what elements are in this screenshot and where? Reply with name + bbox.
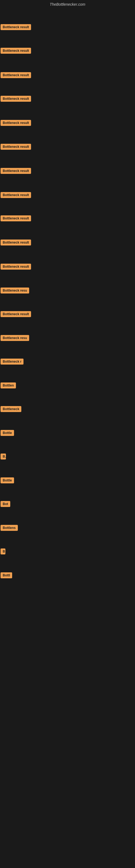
bottleneck-result-item[interactable]: Bottleneck result	[1, 120, 31, 127]
bottleneck-badge-21: Bot	[1, 501, 10, 507]
bottleneck-result-item[interactable]: Bottleneck r	[1, 359, 24, 366]
bottleneck-badge-6: Bottleneck result	[1, 144, 31, 150]
bottleneck-badge-2: Bottleneck result	[1, 48, 31, 54]
bottleneck-badge-17: Bottleneck	[1, 406, 21, 412]
bottleneck-result-item[interactable]: Bottleneck result	[1, 311, 31, 318]
bottleneck-result-item[interactable]: Bottleneck resu	[1, 335, 29, 342]
bottleneck-badge-3: Bottleneck result	[1, 72, 31, 78]
bottleneck-badge-10: Bottleneck result	[1, 240, 31, 246]
bottleneck-result-item[interactable]: Bottleneck result	[1, 192, 31, 199]
site-title: TheBottlenecker.com	[0, 0, 135, 9]
bottleneck-result-item[interactable]: Bottlens	[1, 525, 18, 532]
bottleneck-badge-9: Bottleneck result	[1, 215, 31, 221]
bottleneck-badge-20: Bottle	[1, 477, 14, 484]
bottleneck-badge-4: Bottleneck result	[1, 96, 31, 102]
bottleneck-result-item[interactable]: Bottl	[1, 572, 12, 579]
bottleneck-badge-19: B	[1, 454, 6, 460]
bottleneck-badge-5: Bottleneck result	[1, 120, 31, 126]
bottleneck-badge-18: Bottle	[1, 430, 14, 436]
bottleneck-result-item[interactable]: Bottleneck result	[1, 72, 31, 79]
bottleneck-result-item[interactable]: Bottleneck result	[1, 144, 31, 151]
bottleneck-result-item[interactable]: B	[1, 454, 6, 461]
bottleneck-result-item[interactable]: Bot	[1, 501, 10, 508]
bottleneck-badge-23: B	[1, 549, 5, 554]
bottleneck-result-item[interactable]: Bottleneck result	[1, 168, 31, 175]
bottleneck-result-item[interactable]: Bottleneck resu	[1, 287, 29, 294]
bottleneck-result-item[interactable]: Bottleneck result	[1, 48, 31, 55]
bottleneck-badge-13: Bottleneck result	[1, 311, 31, 317]
bottleneck-badge-24: Bottl	[1, 572, 12, 578]
bottleneck-badge-14: Bottleneck resu	[1, 335, 29, 341]
bottleneck-badge-7: Bottleneck result	[1, 168, 31, 174]
bottleneck-badge-1: Bottleneck result	[1, 24, 31, 30]
bottleneck-badge-8: Bottleneck result	[1, 192, 31, 198]
bottleneck-badge-22: Bottlens	[1, 525, 18, 531]
bottleneck-result-item[interactable]: Bottleneck result	[1, 96, 31, 103]
bottleneck-result-item[interactable]: Bottle	[1, 477, 14, 485]
bottleneck-result-item[interactable]: B	[1, 549, 5, 556]
bottleneck-result-item[interactable]: Bottleneck result	[1, 24, 31, 31]
bottleneck-result-item[interactable]: Bottleneck result	[1, 240, 31, 247]
bottleneck-badge-16: Bottlen	[1, 382, 16, 389]
bottleneck-badge-12: Bottleneck resu	[1, 287, 29, 293]
bottleneck-result-item[interactable]: Bottleneck result	[1, 264, 31, 271]
bottleneck-result-item[interactable]: Bottleneck	[1, 406, 21, 413]
bottleneck-result-item[interactable]: Bottle	[1, 430, 14, 437]
bottleneck-result-item[interactable]: Bottleneck result	[1, 215, 31, 222]
bottleneck-badge-15: Bottleneck r	[1, 359, 24, 365]
bottleneck-badge-11: Bottleneck result	[1, 264, 31, 270]
bottleneck-result-item[interactable]: Bottlen	[1, 382, 16, 390]
